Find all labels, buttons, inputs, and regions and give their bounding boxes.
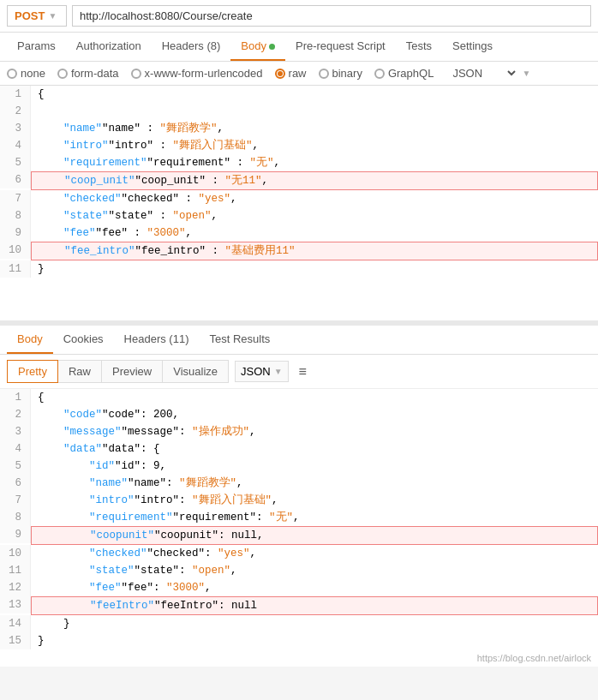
response-tab-headers[interactable]: Headers (11) bbox=[114, 326, 200, 354]
format-dropdown[interactable]: JSON Text JavaScript HTML XML bbox=[449, 66, 518, 81]
tab-authorization[interactable]: Authorization bbox=[66, 33, 152, 61]
line-number: 10 bbox=[0, 242, 31, 259]
response-editor: 1{2 "code""code": 200,3 "message""messag… bbox=[0, 389, 598, 649]
line-number: 2 bbox=[0, 406, 31, 423]
code-line-9: 9 "coopunit""coopunit": null, bbox=[0, 526, 598, 545]
line-number: 4 bbox=[0, 137, 31, 154]
fmt-preview[interactable]: Preview bbox=[101, 360, 163, 383]
line-number: 7 bbox=[0, 190, 31, 207]
tab-tests[interactable]: Tests bbox=[396, 33, 442, 61]
line-content: { bbox=[31, 389, 598, 406]
line-content: { bbox=[31, 86, 598, 103]
fmt-pretty[interactable]: Pretty bbox=[7, 360, 58, 383]
line-number: 6 bbox=[0, 475, 31, 492]
line-number: 10 bbox=[0, 545, 31, 562]
line-content: "checked""checked": "yes", bbox=[31, 545, 598, 562]
format-chevron: ▼ bbox=[522, 69, 530, 78]
request-editor[interactable]: 1{23 "name""name" : "舞蹈教学",4 "intro""int… bbox=[0, 86, 598, 326]
line-content: "intro""intro" : "舞蹈入门基础", bbox=[31, 137, 598, 154]
line-number: 4 bbox=[0, 440, 31, 458]
fmt-visualize[interactable]: Visualize bbox=[162, 360, 229, 383]
line-content: } bbox=[31, 260, 598, 278]
code-line-8: 8 "requirement""requirement": "无", bbox=[0, 509, 598, 526]
line-number: 7 bbox=[0, 492, 31, 509]
response-format-label: JSON bbox=[241, 365, 271, 378]
response-tab-testresults[interactable]: Test Results bbox=[199, 326, 280, 354]
radio-graphql bbox=[374, 69, 385, 79]
line-content: "intro""intro": "舞蹈入门基础", bbox=[31, 492, 598, 509]
tab-settings[interactable]: Settings bbox=[442, 33, 503, 61]
line-content: "fee""fee": "3000", bbox=[31, 579, 598, 596]
code-line-2: 2 bbox=[0, 103, 598, 120]
method-label: POST bbox=[15, 9, 45, 22]
code-line-4: 4 "data""data": { bbox=[0, 440, 598, 458]
code-line-15: 15} bbox=[0, 632, 598, 649]
radio-none bbox=[7, 69, 17, 79]
body-type-none[interactable]: none bbox=[7, 67, 45, 80]
line-content: "fee_intro""fee_intro" : "基础费用11" bbox=[31, 242, 598, 260]
line-number: 14 bbox=[0, 615, 31, 632]
line-content: "name""name" : "舞蹈教学", bbox=[31, 120, 598, 137]
tab-body[interactable]: Body bbox=[230, 33, 285, 61]
line-number: 5 bbox=[0, 458, 31, 475]
url-input[interactable] bbox=[72, 5, 591, 27]
body-type-nav: none form-data x-www-form-urlencoded raw… bbox=[0, 62, 598, 86]
code-line-7: 7 "checked""checked" : "yes", bbox=[0, 190, 598, 207]
line-number: 2 bbox=[0, 103, 31, 120]
fmt-raw[interactable]: Raw bbox=[57, 360, 102, 383]
code-line-9: 9 "fee""fee" : "3000", bbox=[0, 224, 598, 242]
body-type-graphql[interactable]: GraphQL bbox=[374, 67, 434, 80]
radio-raw bbox=[275, 69, 285, 79]
response-tab-cookies[interactable]: Cookies bbox=[53, 326, 114, 354]
method-chevron: ▼ bbox=[48, 11, 57, 21]
line-content: "data""data": { bbox=[31, 440, 598, 458]
line-content: "state""state": "open", bbox=[31, 562, 598, 579]
watermark: https://blog.csdn.net/airlock bbox=[0, 649, 598, 667]
code-line-3: 3 "message""message": "操作成功", bbox=[0, 423, 598, 440]
method-select[interactable]: POST ▼ bbox=[7, 5, 67, 27]
line-number: 9 bbox=[0, 224, 31, 242]
line-content: "requirement""requirement" : "无", bbox=[31, 154, 598, 171]
line-content: "code""code": 200, bbox=[31, 406, 598, 423]
body-type-binary[interactable]: binary bbox=[319, 67, 362, 80]
code-line-8: 8 "state""state" : "open", bbox=[0, 207, 598, 224]
body-type-formdata[interactable]: form-data bbox=[57, 67, 119, 80]
line-number: 13 bbox=[0, 596, 31, 613]
code-line-1: 1{ bbox=[0, 86, 598, 103]
tab-prerequest[interactable]: Pre-request Script bbox=[285, 33, 396, 61]
line-content: "feeIntro""feeIntro": null bbox=[31, 596, 598, 615]
line-content: "state""state" : "open", bbox=[31, 207, 598, 224]
code-line-4: 4 "intro""intro" : "舞蹈入门基础", bbox=[0, 137, 598, 154]
line-content: "coopunit""coopunit": null, bbox=[31, 526, 598, 545]
raw-format-select[interactable]: JSON Text JavaScript HTML XML ▼ bbox=[449, 66, 530, 81]
code-line-7: 7 "intro""intro": "舞蹈入门基础", bbox=[0, 492, 598, 509]
response-tab-body[interactable]: Body bbox=[7, 326, 53, 354]
code-line-10: 10 "checked""checked": "yes", bbox=[0, 545, 598, 562]
code-line-14: 14 } bbox=[0, 615, 598, 632]
tab-params[interactable]: Params bbox=[7, 33, 66, 61]
code-line-5: 5 "id""id": 9, bbox=[0, 458, 598, 475]
body-type-urlencoded[interactable]: x-www-form-urlencoded bbox=[131, 67, 263, 80]
line-number: 15 bbox=[0, 632, 31, 649]
code-line-1: 1{ bbox=[0, 389, 598, 406]
body-type-raw[interactable]: raw bbox=[275, 67, 307, 80]
radio-binary bbox=[319, 69, 329, 79]
line-content: "coop_unit""coop_unit" : "无11", bbox=[31, 171, 598, 190]
line-number: 9 bbox=[0, 526, 31, 543]
line-number: 3 bbox=[0, 423, 31, 440]
line-content: "message""message": "操作成功", bbox=[31, 423, 598, 440]
code-line-6: 6 "coop_unit""coop_unit" : "无11", bbox=[0, 171, 598, 190]
wrap-icon[interactable]: ≡ bbox=[299, 364, 307, 380]
line-content: } bbox=[31, 615, 598, 632]
line-content: } bbox=[31, 632, 598, 649]
response-section: Body Cookies Headers (11) Test Results P… bbox=[0, 326, 598, 667]
radio-urlencoded bbox=[131, 69, 141, 79]
line-content: "requirement""requirement": "无", bbox=[31, 509, 598, 526]
line-content: "checked""checked" : "yes", bbox=[31, 190, 598, 207]
response-format-select[interactable]: JSON ▼ bbox=[235, 361, 289, 382]
line-number: 1 bbox=[0, 389, 31, 406]
line-number: 3 bbox=[0, 120, 31, 137]
line-number: 5 bbox=[0, 154, 31, 171]
tab-headers[interactable]: Headers (8) bbox=[152, 33, 231, 61]
line-content: "name""name": "舞蹈教学", bbox=[31, 475, 598, 492]
